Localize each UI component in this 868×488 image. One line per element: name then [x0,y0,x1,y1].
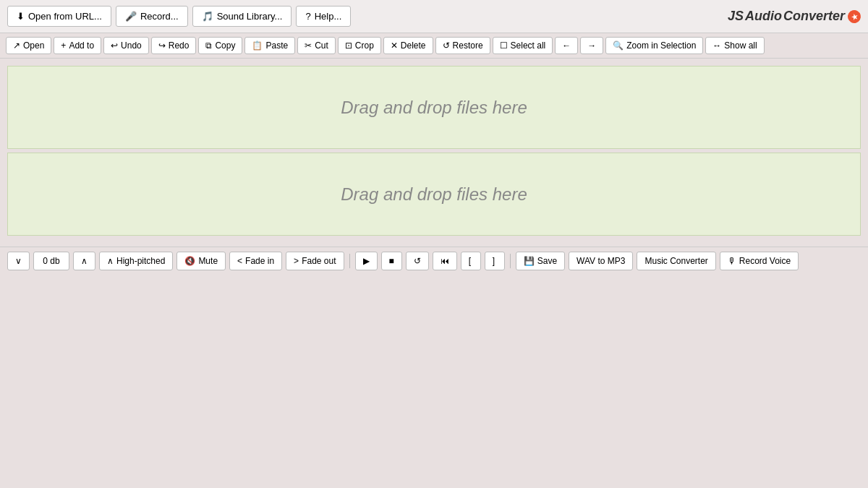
wav-to-mp3-label: WAV to MP3 [576,256,625,266]
select-all-label: Select all [511,40,546,51]
drop-zone-2-text: Drag and drop files here [341,184,527,205]
record-label: Record... [140,11,179,22]
help-button[interactable]: ? Help... [296,6,351,27]
delete-icon: ✕ [391,40,398,51]
show-all-button[interactable]: ↔ Show all [705,37,764,54]
delete-button[interactable]: ✕ Delete [383,37,433,54]
arrow-left-button[interactable]: ← [555,37,578,54]
add-to-label: Add to [69,40,94,51]
app-logo: JS Audio Converter ★ [728,9,861,24]
high-pitched-label: High-pitched [116,256,165,266]
mute-icon: 🔇 [184,256,195,266]
arrow-right-button[interactable]: → [580,37,603,54]
top-bar: ⬇ Open from URL... 🎤 Record... 🎵 Sound L… [0,0,868,33]
crop-label: Crop [355,40,374,51]
record-button[interactable]: 🎤 Record... [116,6,188,27]
zoom-in-label: Zoom in Selection [626,40,696,51]
main-area: Drag and drop files here Drag and drop f… [0,59,868,247]
mute-button[interactable]: 🔇 Mute [176,252,226,270]
record-voice-icon: 🎙 [728,256,736,266]
drop-zone-1[interactable]: Drag and drop files here [7,66,861,149]
copy-button[interactable]: ⧉ Copy [198,37,242,54]
music-note-icon: 🎵 [202,11,213,22]
logo-js: JS [728,9,744,24]
logo-badge: ★ [846,8,862,24]
open-button[interactable]: ↗ Open [6,37,51,54]
undo-label: Undo [121,40,142,51]
cut-label: Cut [315,40,328,51]
open-url-label: Open from URL... [28,11,102,22]
record-voice-button[interactable]: 🎙 Record Voice [720,252,799,270]
sound-library-button[interactable]: 🎵 Sound Library... [192,6,292,27]
help-icon: ? [305,11,310,22]
music-converter-label: Music Converter [644,256,707,266]
undo-icon: ↩ [111,40,118,51]
fade-out-icon: > [294,256,299,266]
separator-1 [349,254,350,268]
redo-label: Redo [169,40,190,51]
vol-down-button[interactable]: ∨ [7,252,30,270]
high-pitched-button[interactable]: ∧ High-pitched [99,252,173,270]
fade-out-label: Fade out [302,256,336,266]
drop-zone-2[interactable]: Drag and drop files here [7,153,861,236]
loop-button[interactable]: ↺ [406,252,429,270]
mark-start-button[interactable]: [ [461,252,481,270]
crop-icon: ⊡ [345,40,352,51]
redo-button[interactable]: ↪ Redo [151,37,197,54]
paste-button[interactable]: 📋 Paste [244,37,295,54]
restore-label: Restore [453,40,483,51]
save-label: Save [537,256,557,266]
copy-label: Copy [215,40,235,51]
play-button[interactable]: ▶ [355,252,378,270]
fade-out-button[interactable]: > Fade out [286,252,344,270]
select-all-button[interactable]: ☐ Select all [493,37,553,54]
fade-in-button[interactable]: < Fade in [229,252,282,270]
logo-converter: Converter [783,9,845,24]
help-label: Help... [315,11,342,22]
cut-button[interactable]: ✂ Cut [297,37,336,54]
open-label: Open [23,40,44,51]
arrow-right-icon: → [587,40,596,51]
open-url-button[interactable]: ⬇ Open from URL... [7,6,111,27]
vol-up-button[interactable]: ∧ [73,252,95,270]
lower-area [0,275,868,405]
zoom-in-selection-button[interactable]: 🔍 Zoom in Selection [605,37,703,54]
fade-in-icon: < [237,256,242,266]
separator-2 [510,254,511,268]
paste-icon: 📋 [252,40,263,51]
fade-in-label: Fade in [245,256,274,266]
download-icon: ⬇ [17,11,25,22]
high-pitched-icon: ∧ [107,256,114,266]
cut-icon: ✂ [305,40,312,51]
paste-label: Paste [265,40,288,51]
drop-zone-1-text: Drag and drop files here [341,98,527,118]
open-icon: ↗ [13,40,20,51]
bottom-controls: ∨ 0 db ∧ ∧ High-pitched 🔇 Mute < Fade in… [0,247,868,275]
stop-button[interactable]: ■ [381,252,402,270]
redo-icon: ↪ [158,40,166,51]
mic-icon: 🎤 [125,11,137,22]
record-voice-label: Record Voice [739,256,791,266]
mark-end-button[interactable]: ] [485,252,505,270]
zoom-icon: 🔍 [613,40,624,51]
crop-button[interactable]: ⊡ Crop [338,37,381,54]
show-all-icon: ↔ [712,40,721,51]
restore-button[interactable]: ↺ Restore [435,37,490,54]
show-all-label: Show all [724,40,757,51]
restore-icon: ↺ [443,40,450,51]
delete-label: Delete [401,40,426,51]
add-icon: + [61,40,66,51]
logo-audio: Audio [745,9,782,24]
undo-button[interactable]: ↩ Undo [103,37,149,54]
add-to-button[interactable]: + Add to [54,37,101,54]
wav-to-mp3-button[interactable]: WAV to MP3 [569,252,633,270]
sound-library-label: Sound Library... [217,11,283,22]
save-icon: 💾 [524,256,535,266]
volume-display: 0 db [33,252,69,270]
music-converter-button[interactable]: Music Converter [637,252,715,270]
save-button[interactable]: 💾 Save [516,252,565,270]
mute-label: Mute [198,256,218,266]
arrow-left-icon: ← [562,40,571,51]
select-all-icon: ☐ [500,40,508,51]
begin-button[interactable]: ⏮ [433,252,457,270]
